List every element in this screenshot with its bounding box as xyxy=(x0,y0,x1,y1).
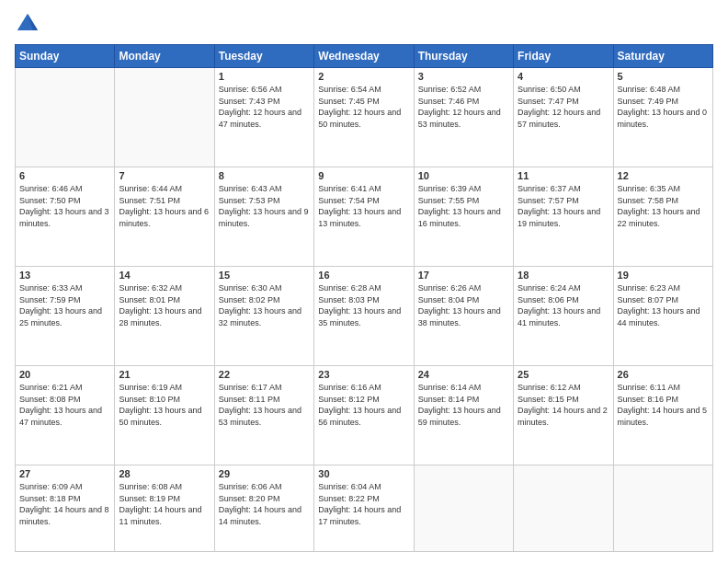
day-number: 15 xyxy=(219,270,310,281)
calendar-cell xyxy=(16,68,115,167)
header xyxy=(15,11,713,37)
calendar-cell: 20Sunrise: 6:21 AM Sunset: 8:08 PM Dayli… xyxy=(16,365,115,465)
day-info: Sunrise: 6:43 AM Sunset: 7:53 PM Dayligh… xyxy=(219,183,310,229)
day-number: 20 xyxy=(19,369,110,380)
day-number: 17 xyxy=(418,270,509,281)
day-info: Sunrise: 6:50 AM Sunset: 7:47 PM Dayligh… xyxy=(518,84,609,130)
calendar-cell: 26Sunrise: 6:11 AM Sunset: 8:16 PM Dayli… xyxy=(613,365,712,465)
calendar-dow-tuesday: Tuesday xyxy=(214,45,313,68)
day-number: 19 xyxy=(618,270,709,281)
calendar-cell: 29Sunrise: 6:06 AM Sunset: 8:20 PM Dayli… xyxy=(214,465,313,551)
calendar-dow-monday: Monday xyxy=(115,45,214,68)
calendar-week-2: 6Sunrise: 6:46 AM Sunset: 7:50 PM Daylig… xyxy=(16,167,713,266)
day-info: Sunrise: 6:14 AM Sunset: 8:14 PM Dayligh… xyxy=(418,382,509,428)
calendar-cell: 12Sunrise: 6:35 AM Sunset: 7:58 PM Dayli… xyxy=(613,167,712,266)
day-number: 12 xyxy=(618,170,709,181)
day-info: Sunrise: 6:04 AM Sunset: 8:22 PM Dayligh… xyxy=(318,481,409,527)
day-number: 28 xyxy=(119,468,210,479)
day-number: 23 xyxy=(318,369,409,380)
calendar-cell: 15Sunrise: 6:30 AM Sunset: 8:02 PM Dayli… xyxy=(214,266,313,365)
day-info: Sunrise: 6:06 AM Sunset: 8:20 PM Dayligh… xyxy=(219,481,310,527)
day-info: Sunrise: 6:46 AM Sunset: 7:50 PM Dayligh… xyxy=(19,183,110,229)
day-number: 2 xyxy=(318,71,409,82)
calendar-cell: 7Sunrise: 6:44 AM Sunset: 7:51 PM Daylig… xyxy=(115,167,214,266)
calendar-cell: 22Sunrise: 6:17 AM Sunset: 8:11 PM Dayli… xyxy=(214,365,313,465)
day-number: 5 xyxy=(618,71,709,82)
day-number: 22 xyxy=(219,369,310,380)
day-info: Sunrise: 6:48 AM Sunset: 7:49 PM Dayligh… xyxy=(618,84,709,130)
calendar-cell: 19Sunrise: 6:23 AM Sunset: 8:07 PM Dayli… xyxy=(613,266,712,365)
day-number: 14 xyxy=(119,270,210,281)
calendar-cell xyxy=(613,465,712,551)
day-number: 1 xyxy=(219,71,310,82)
day-info: Sunrise: 6:52 AM Sunset: 7:46 PM Dayligh… xyxy=(418,84,509,130)
day-number: 26 xyxy=(618,369,709,380)
day-number: 11 xyxy=(518,170,609,181)
calendar-cell: 18Sunrise: 6:24 AM Sunset: 8:06 PM Dayli… xyxy=(514,266,613,365)
calendar-cell: 6Sunrise: 6:46 AM Sunset: 7:50 PM Daylig… xyxy=(16,167,115,266)
day-number: 18 xyxy=(518,270,609,281)
day-number: 21 xyxy=(119,369,210,380)
day-number: 8 xyxy=(219,170,310,181)
calendar-cell xyxy=(514,465,613,551)
day-info: Sunrise: 6:21 AM Sunset: 8:08 PM Dayligh… xyxy=(19,382,110,428)
day-info: Sunrise: 6:54 AM Sunset: 7:45 PM Dayligh… xyxy=(318,84,409,130)
day-info: Sunrise: 6:41 AM Sunset: 7:54 PM Dayligh… xyxy=(318,183,409,229)
day-info: Sunrise: 6:39 AM Sunset: 7:55 PM Dayligh… xyxy=(418,183,509,229)
calendar-table: SundayMondayTuesdayWednesdayThursdayFrid… xyxy=(15,44,713,552)
day-info: Sunrise: 6:37 AM Sunset: 7:57 PM Dayligh… xyxy=(518,183,609,229)
calendar-cell: 17Sunrise: 6:26 AM Sunset: 8:04 PM Dayli… xyxy=(414,266,513,365)
day-number: 6 xyxy=(19,170,110,181)
calendar-week-4: 20Sunrise: 6:21 AM Sunset: 8:08 PM Dayli… xyxy=(16,365,713,465)
day-info: Sunrise: 6:28 AM Sunset: 8:03 PM Dayligh… xyxy=(318,282,409,328)
day-number: 4 xyxy=(518,71,609,82)
calendar-cell: 5Sunrise: 6:48 AM Sunset: 7:49 PM Daylig… xyxy=(613,68,712,167)
day-number: 10 xyxy=(418,170,509,181)
day-info: Sunrise: 6:56 AM Sunset: 7:43 PM Dayligh… xyxy=(219,84,310,130)
calendar-cell: 24Sunrise: 6:14 AM Sunset: 8:14 PM Dayli… xyxy=(414,365,513,465)
logo-icon xyxy=(15,11,40,37)
day-info: Sunrise: 6:33 AM Sunset: 7:59 PM Dayligh… xyxy=(19,282,110,328)
calendar-cell xyxy=(414,465,513,551)
day-info: Sunrise: 6:17 AM Sunset: 8:11 PM Dayligh… xyxy=(219,382,310,428)
calendar-cell: 25Sunrise: 6:12 AM Sunset: 8:15 PM Dayli… xyxy=(514,365,613,465)
calendar-week-5: 27Sunrise: 6:09 AM Sunset: 8:18 PM Dayli… xyxy=(16,465,713,551)
logo xyxy=(15,11,44,37)
day-number: 24 xyxy=(418,369,509,380)
day-info: Sunrise: 6:12 AM Sunset: 8:15 PM Dayligh… xyxy=(518,382,609,428)
day-info: Sunrise: 6:16 AM Sunset: 8:12 PM Dayligh… xyxy=(318,382,409,428)
day-info: Sunrise: 6:30 AM Sunset: 8:02 PM Dayligh… xyxy=(219,282,310,328)
day-number: 30 xyxy=(318,468,409,479)
calendar-cell: 11Sunrise: 6:37 AM Sunset: 7:57 PM Dayli… xyxy=(514,167,613,266)
calendar-cell: 23Sunrise: 6:16 AM Sunset: 8:12 PM Dayli… xyxy=(314,365,414,465)
calendar-cell: 28Sunrise: 6:08 AM Sunset: 8:19 PM Dayli… xyxy=(115,465,214,551)
calendar-cell: 2Sunrise: 6:54 AM Sunset: 7:45 PM Daylig… xyxy=(314,68,414,167)
calendar-cell: 27Sunrise: 6:09 AM Sunset: 8:18 PM Dayli… xyxy=(16,465,115,551)
calendar-cell: 16Sunrise: 6:28 AM Sunset: 8:03 PM Dayli… xyxy=(314,266,414,365)
calendar-cell: 14Sunrise: 6:32 AM Sunset: 8:01 PM Dayli… xyxy=(115,266,214,365)
day-info: Sunrise: 6:23 AM Sunset: 8:07 PM Dayligh… xyxy=(618,282,709,328)
calendar-cell: 13Sunrise: 6:33 AM Sunset: 7:59 PM Dayli… xyxy=(16,266,115,365)
day-number: 29 xyxy=(219,468,310,479)
day-info: Sunrise: 6:32 AM Sunset: 8:01 PM Dayligh… xyxy=(119,282,210,328)
day-number: 16 xyxy=(318,270,409,281)
calendar-dow-friday: Friday xyxy=(514,45,613,68)
calendar-cell: 30Sunrise: 6:04 AM Sunset: 8:22 PM Dayli… xyxy=(314,465,414,551)
day-info: Sunrise: 6:44 AM Sunset: 7:51 PM Dayligh… xyxy=(119,183,210,229)
calendar-cell: 9Sunrise: 6:41 AM Sunset: 7:54 PM Daylig… xyxy=(314,167,414,266)
calendar-week-3: 13Sunrise: 6:33 AM Sunset: 7:59 PM Dayli… xyxy=(16,266,713,365)
calendar-header-row: SundayMondayTuesdayWednesdayThursdayFrid… xyxy=(16,45,713,68)
calendar-cell xyxy=(115,68,214,167)
day-info: Sunrise: 6:24 AM Sunset: 8:06 PM Dayligh… xyxy=(518,282,609,328)
calendar-cell: 8Sunrise: 6:43 AM Sunset: 7:53 PM Daylig… xyxy=(214,167,313,266)
calendar-cell: 4Sunrise: 6:50 AM Sunset: 7:47 PM Daylig… xyxy=(514,68,613,167)
calendar-dow-sunday: Sunday xyxy=(16,45,115,68)
day-info: Sunrise: 6:08 AM Sunset: 8:19 PM Dayligh… xyxy=(119,481,210,527)
calendar-cell: 1Sunrise: 6:56 AM Sunset: 7:43 PM Daylig… xyxy=(214,68,313,167)
calendar-cell: 21Sunrise: 6:19 AM Sunset: 8:10 PM Dayli… xyxy=(115,365,214,465)
day-info: Sunrise: 6:09 AM Sunset: 8:18 PM Dayligh… xyxy=(19,481,110,527)
day-number: 7 xyxy=(119,170,210,181)
day-number: 9 xyxy=(318,170,409,181)
calendar-week-1: 1Sunrise: 6:56 AM Sunset: 7:43 PM Daylig… xyxy=(16,68,713,167)
page: SundayMondayTuesdayWednesdayThursdayFrid… xyxy=(0,0,728,563)
